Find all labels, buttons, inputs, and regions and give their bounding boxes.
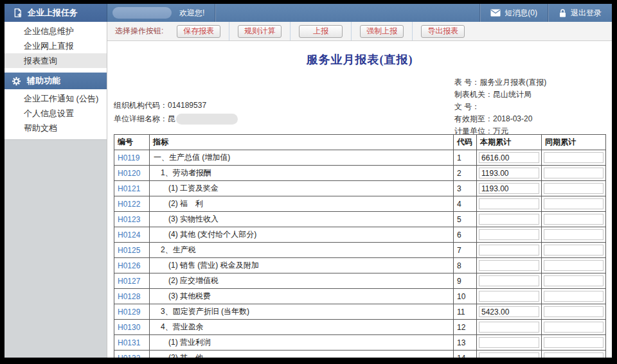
prior-period-input[interactable] — [544, 337, 604, 348]
indicator-label: 2、生产税 — [150, 243, 454, 258]
prior-period-input[interactable] — [544, 229, 604, 240]
logout-button[interactable]: 退出登录 — [548, 4, 612, 22]
logout-label: 退出登录 — [571, 8, 602, 19]
indicator-label: (2) 其 他 — [150, 351, 454, 358]
org-code-label: 组织机构代码： — [114, 101, 168, 110]
prior-period-input[interactable] — [544, 260, 604, 271]
current-period-input[interactable] — [479, 183, 539, 194]
save-report-button[interactable]: 保存报表 — [177, 25, 220, 38]
toolbar-divider — [412, 22, 413, 40]
row-id-link[interactable]: H0120 — [118, 169, 140, 178]
toolbar-divider — [351, 22, 352, 40]
table-row: H0124(4) 其他 (支付给个人部分)6 — [114, 227, 606, 243]
table-row: H01201、劳动者报酬2 — [114, 166, 606, 181]
prior-period-input[interactable] — [544, 322, 604, 333]
row-id-link[interactable]: H0121 — [118, 184, 140, 193]
gear-icon — [12, 76, 21, 86]
sidebar-item-work-notice[interactable]: 企业工作通知 (公告) — [4, 91, 107, 106]
current-period-input[interactable] — [479, 260, 539, 271]
top-bar-right: 欢迎您! 短消息(0) — [107, 4, 612, 22]
col-header-prior-period: 同期累计 — [542, 135, 606, 150]
row-id-link[interactable]: H0119 — [118, 153, 139, 162]
table-row: H0121(1) 工资及奖金3 — [114, 181, 606, 196]
indicator-label: 1、劳动者报酬 — [150, 166, 454, 181]
sidebar-item-enterprise-info[interactable]: 企业信息维护 — [4, 24, 107, 39]
force-submit-button[interactable]: 强制上报 — [360, 25, 404, 38]
report-meta-block: 表 号：服务业月报表(直报) 制表机关：昆山统计局 文 号： 有效期至：2018… — [454, 76, 546, 137]
table-row: H0119一、生产总值 (增加值)1 — [114, 150, 606, 166]
col-header-code: 代码 — [454, 135, 477, 150]
username-redacted — [112, 7, 172, 19]
sidebar-item-help-docs[interactable]: 帮助文档 — [4, 121, 107, 135]
current-period-input[interactable] — [479, 306, 539, 317]
messages-button[interactable]: 短消息(0) — [480, 4, 548, 22]
sidebar-item-online-report[interactable]: 企业网上直报 — [4, 39, 107, 53]
table-row: H0131(1) 营业利润13 — [114, 335, 606, 351]
submit-button[interactable]: 上报 — [299, 25, 343, 38]
current-period-input[interactable] — [479, 245, 539, 256]
indicator-label: (3) 实物性收入 — [150, 212, 454, 227]
table-row: H0128(3) 其他税费10 — [114, 289, 606, 304]
current-period-input[interactable] — [479, 322, 539, 333]
row-id-link[interactable]: H0128 — [118, 292, 140, 301]
prior-period-input[interactable] — [544, 214, 604, 225]
row-id-link[interactable]: H0130 — [118, 323, 140, 332]
lock-icon — [559, 8, 567, 18]
table-row: H0126(1) 销售 (营业) 税金及附加8 — [114, 258, 606, 273]
org-info-block: 组织机构代码：014189537 单位详细名称：昆 — [114, 99, 238, 126]
row-code: 4 — [454, 196, 477, 212]
current-period-input[interactable] — [479, 152, 539, 163]
row-id-link[interactable]: H0129 — [118, 308, 140, 316]
current-period-input[interactable] — [479, 198, 539, 209]
export-report-button[interactable]: 导出报表 — [421, 25, 465, 38]
table-row: H01293、固定资产折旧 (当年数)11 — [114, 304, 606, 320]
meta-line-doc-number: 文 号： — [454, 101, 546, 113]
row-id-link[interactable]: H0127 — [118, 277, 140, 286]
current-period-input[interactable] — [479, 168, 539, 178]
prior-period-input[interactable] — [544, 352, 604, 358]
row-id-link[interactable]: H0124 — [118, 230, 140, 239]
sidebar-section-aux-label: 辅助功能 — [27, 75, 60, 87]
prior-period-input[interactable] — [544, 245, 604, 256]
toolbar-label: 选择操作按钮: — [115, 26, 163, 37]
row-id-link[interactable]: H0123 — [118, 215, 140, 224]
indicator-label: (4) 其他 (支付给个人部分) — [150, 227, 454, 243]
indicator-label: (1) 销售 (营业) 税金及附加 — [150, 258, 454, 273]
page-title: 服务业月报表(直报) — [107, 52, 612, 67]
row-code: 10 — [454, 289, 477, 304]
prior-period-input[interactable] — [544, 152, 604, 163]
prior-period-input[interactable] — [544, 275, 604, 286]
org-code-value: 014189537 — [168, 101, 206, 110]
current-period-input[interactable] — [479, 337, 539, 348]
row-id-link[interactable]: H0132 — [118, 354, 140, 358]
current-period-input[interactable] — [479, 214, 539, 225]
prior-period-input[interactable] — [544, 168, 604, 178]
col-header-current-period: 本期累计 — [477, 135, 542, 150]
current-period-input[interactable] — [479, 291, 539, 302]
sidebar-item-personal-settings[interactable]: 个人信息设置 — [4, 106, 107, 121]
row-id-link[interactable]: H0126 — [118, 261, 140, 270]
report-table-body: H0119一、生产总值 (增加值)1H01201、劳动者报酬2H0121(1) … — [114, 150, 606, 358]
row-id-link[interactable]: H0122 — [118, 200, 140, 209]
row-id-link[interactable]: H0125 — [118, 246, 140, 255]
org-code-line: 组织机构代码：014189537 — [114, 99, 238, 112]
sidebar-filler — [4, 139, 107, 358]
prior-period-input[interactable] — [544, 291, 604, 302]
current-period-input[interactable] — [479, 275, 539, 286]
indicator-label: 一、生产总值 (增加值) — [150, 150, 454, 166]
row-id-link[interactable]: H0131 — [118, 338, 140, 347]
sidebar-item-report-query[interactable]: 报表查询 — [4, 53, 107, 68]
current-period-input[interactable] — [479, 352, 539, 358]
rule-calc-button[interactable]: 规则计算 — [238, 25, 282, 38]
row-code: 12 — [454, 320, 477, 335]
indicator-label: (1) 营业利润 — [150, 335, 454, 351]
prior-period-input[interactable] — [544, 306, 604, 317]
meta-line-issuing-agency: 制表机关：昆山统计局 — [454, 89, 546, 101]
table-row: H0127(2) 应交增值税9 — [114, 273, 606, 289]
report-table: 编号 指标 代码 本期累计 同期累计 H0119一、生产总值 (增加值)1H01… — [114, 134, 606, 358]
prior-period-input[interactable] — [544, 183, 604, 194]
prior-period-input[interactable] — [544, 198, 604, 209]
current-period-input[interactable] — [479, 229, 539, 240]
meta-line-form-number: 表 号：服务业月报表(直报) — [454, 76, 546, 89]
row-code: 6 — [454, 227, 477, 243]
